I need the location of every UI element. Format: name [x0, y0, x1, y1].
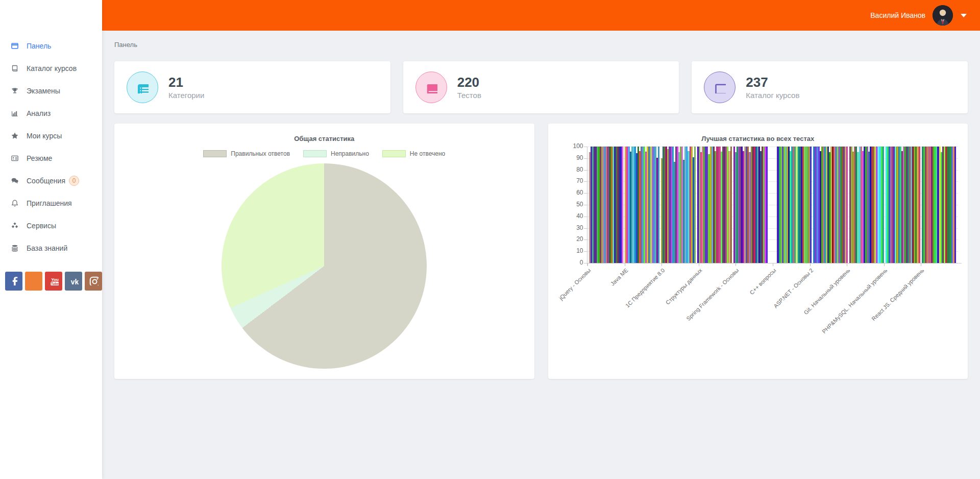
bars — [587, 147, 958, 263]
bar-group-9 — [922, 147, 957, 263]
svg-text:You: You — [51, 277, 59, 281]
sidebar-item-8[interactable]: Сервисы — [0, 214, 102, 237]
x-tick — [625, 264, 625, 266]
sidebar-item-1[interactable]: Каталог курсов — [0, 57, 102, 80]
stat-card-1: 220Тестов — [403, 61, 679, 113]
main-content: Панель 21Категории220Тестов237Каталог ку… — [102, 31, 980, 479]
sidebar-item-6[interactable]: Сообщения0 — [0, 170, 102, 192]
x-tick-label: Git. Начальный уровень — [783, 267, 851, 334]
list-icon — [127, 71, 158, 103]
x-tick-label: PHP&MySQL. Начальный уровень — [821, 267, 888, 334]
pie-chart-title: Общая статистика — [114, 124, 534, 142]
monitor-outline-icon — [704, 71, 736, 103]
legend-swatch — [203, 150, 227, 157]
topbar: Василий Иванов — [102, 0, 980, 31]
sidebar-item-0[interactable]: Панель — [0, 35, 102, 57]
bar — [694, 147, 696, 263]
legend-swatch — [303, 150, 327, 157]
instagram-link[interactable] — [85, 272, 102, 291]
svg-text:vk: vk — [71, 278, 79, 285]
bar — [919, 147, 920, 263]
sidebar-item-label: Приглашения — [27, 199, 72, 207]
stat-text: 220Тестов — [457, 75, 481, 100]
legend-label: Неправильно — [331, 150, 369, 157]
sidebar-item-label: Сервисы — [27, 222, 56, 230]
sidebar-item-label: Мои курсы — [27, 132, 62, 140]
x-tick-label: React JS. Средний уровень — [857, 267, 925, 334]
cubes-icon — [10, 222, 20, 230]
bar-chart: 0102030405060708090100jQuery - ОсновыJav… — [587, 147, 958, 263]
bar — [658, 147, 659, 263]
sidebar-item-7[interactable]: Приглашения — [0, 192, 102, 214]
x-tick-label: ASP.NET - Основы 2 — [747, 267, 814, 334]
stat-value: 237 — [746, 75, 799, 90]
sidebar-item-9[interactable]: База знаний — [0, 237, 102, 259]
bar — [883, 147, 884, 263]
bar-group-8 — [886, 147, 920, 263]
bar-group-6 — [813, 147, 848, 263]
svg-text:Tube: Tube — [51, 282, 59, 285]
x-tick-label: Java ME — [561, 267, 629, 334]
bar — [846, 147, 848, 263]
legend-swatch — [382, 150, 406, 157]
dashboard-page: ПанельКаталог курсовЭкзаменыАнализМои ку… — [0, 0, 980, 479]
sidebar-item-label: Панель — [27, 42, 51, 50]
avatar-image — [933, 5, 953, 26]
messages-badge: 0 — [69, 176, 79, 186]
sidebar: ПанельКаталог курсовЭкзаменыАнализМои ку… — [0, 0, 102, 479]
sidebar-item-label: Экзамены — [27, 87, 60, 95]
x-tick — [884, 264, 885, 266]
bar-chart-icon — [10, 109, 20, 118]
user-name[interactable]: Василий Иванов — [870, 11, 925, 19]
y-tick-label: 0 — [563, 259, 583, 266]
stat-value: 220 — [457, 75, 481, 90]
x-tick — [847, 264, 847, 266]
y-tick-label: 40 — [563, 212, 583, 220]
odnoklassniki-link[interactable] — [25, 272, 42, 291]
chevron-down-icon[interactable] — [961, 14, 967, 17]
x-tick-label: Spring Framework - Основы — [672, 267, 740, 334]
charts-row: Общая статистика Правильных ответовНепра… — [114, 124, 968, 379]
pie-legend-item-0: Правильных ответов — [203, 150, 290, 157]
sidebar-item-5[interactable]: Резюме — [0, 147, 102, 170]
x-tick — [587, 264, 588, 266]
chat-icon — [10, 177, 20, 185]
vk-icon: vk — [68, 275, 79, 288]
stat-card-2: 237Каталог курсов — [692, 61, 968, 113]
bar-group-1 — [625, 147, 659, 263]
sidebar-item-3[interactable]: Анализ — [0, 102, 102, 125]
sidebar-item-4[interactable]: Мои курсы — [0, 125, 102, 147]
x-tick-label: 1С Предприятие 8.0 — [598, 267, 666, 334]
x-tick-label: jQuery - Основы — [524, 267, 592, 334]
monitor-filled-icon — [415, 71, 447, 103]
youtube-icon: YouTube — [48, 275, 59, 288]
social-links: YouTubevk — [0, 272, 102, 291]
avatar[interactable] — [933, 5, 953, 26]
trophy-icon — [10, 87, 20, 95]
pie-legend: Правильных ответовНеправильноНе отвечено — [114, 150, 534, 157]
y-tick-label: 90 — [563, 154, 583, 161]
y-tick-label: 10 — [563, 247, 583, 254]
stat-card-0: 21Категории — [114, 61, 390, 113]
sidebar-item-label: Каталог курсов — [27, 64, 77, 73]
bell-icon — [10, 199, 20, 208]
stats-row: 21Категории220Тестов237Каталог курсов — [114, 61, 968, 113]
instagram-icon — [88, 275, 99, 288]
x-tick — [662, 264, 662, 266]
bar — [730, 147, 732, 263]
bar-group-2 — [661, 147, 696, 263]
stat-label: Тестов — [457, 91, 481, 100]
facebook-icon — [9, 275, 19, 288]
youtube-link[interactable]: YouTube — [45, 272, 62, 291]
database-icon — [10, 244, 20, 253]
bar-group-3 — [697, 147, 732, 263]
sidebar-item-2[interactable]: Экзамены — [0, 80, 102, 102]
stat-label: Каталог курсов — [746, 91, 799, 100]
y-tick-label: 80 — [563, 166, 583, 173]
sidebar-item-label: Анализ — [27, 109, 51, 117]
vk-link[interactable]: vk — [65, 272, 82, 291]
x-tick-label: Структуры данных — [635, 267, 703, 334]
bar-chart-title: Лучшая статистика во всех тестах — [548, 124, 968, 142]
facebook-link[interactable] — [5, 272, 22, 291]
x-tick — [773, 264, 773, 266]
